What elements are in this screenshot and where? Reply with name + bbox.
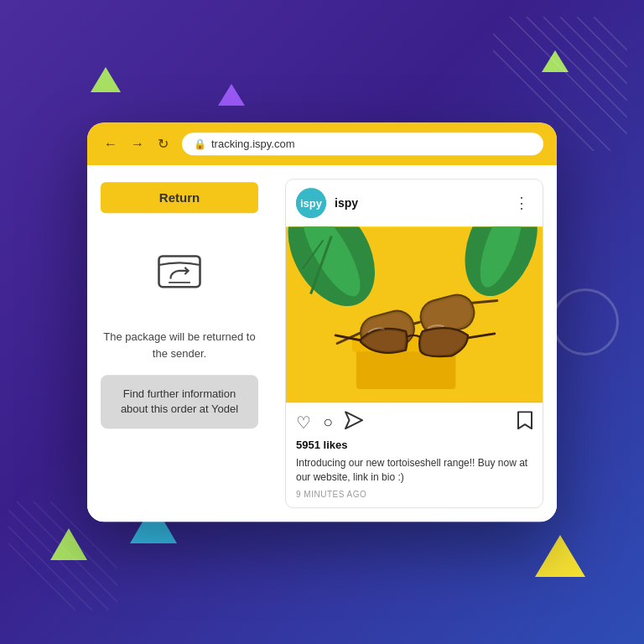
lock-icon: 🔒 [194,138,206,150]
instagram-card: ispy ispy ⋮ [285,179,543,508]
back-button[interactable]: ← [101,136,121,153]
return-description: The package will be returned to the send… [101,329,258,361]
caption-text: Introducing our new tortoiseshell range!… [286,454,543,488]
svg-line-8 [8,510,109,610]
svg-line-9 [8,527,92,610]
post-time: 9 MINUTES AGO [286,488,543,507]
share-icon[interactable] [345,411,363,434]
triangle-green-topleft [91,67,121,92]
browser-window: ← → ↻ 🔒 tracking.ispy.com Return [87,122,557,522]
triangle-green-bottomleft [50,528,87,560]
svg-line-1 [527,17,627,117]
forward-button[interactable]: → [127,136,148,153]
svg-line-3 [560,17,627,84]
decorative-circle-right [552,288,619,356]
triangle-purple-topleft2 [218,84,245,106]
more-options-button[interactable]: ⋮ [511,194,532,212]
avatar: ispy [296,188,326,218]
svg-line-4 [577,17,627,67]
return-icon-box [137,226,222,315]
instagram-actions: ♡ ○ [286,402,543,439]
return-header: Return [101,182,258,213]
address-bar[interactable]: 🔒 tracking.ispy.com [182,132,543,155]
heart-icon[interactable]: ♡ [296,413,311,433]
bookmark-icon[interactable] [517,411,532,434]
triangle-green-topright [542,50,569,72]
triangle-yellow-bottomright [535,535,585,577]
refresh-button[interactable]: ↻ [154,136,172,153]
svg-line-5 [594,17,627,50]
comment-icon[interactable]: ○ [323,413,333,432]
svg-line-0 [510,17,627,134]
likes-count: 5951 likes [286,439,543,454]
left-panel: Return The package wi [87,165,272,522]
instagram-username: ispy [335,196,502,210]
instagram-image [286,226,543,402]
browser-content: Return The package wi [87,165,557,522]
nav-buttons: ← → ↻ [101,136,172,153]
return-package-icon [150,240,209,302]
instagram-header: ispy ispy ⋮ [286,179,543,226]
svg-line-10 [8,543,75,610]
svg-line-2 [543,17,627,101]
url-text: tracking.ispy.com [211,138,294,150]
svg-text:ispy: ispy [300,197,323,210]
right-panel: ispy ispy ⋮ [272,165,557,522]
browser-toolbar: ← → ↻ 🔒 tracking.ispy.com [87,122,557,165]
yodel-button[interactable]: Find further information about this orde… [101,375,258,428]
